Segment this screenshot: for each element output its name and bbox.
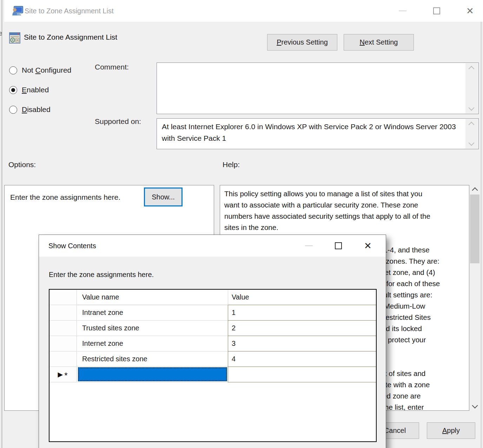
help-text-line: This policy setting allows you to manage… [224,188,469,199]
scroll-up-icon[interactable] [469,66,475,72]
close-button[interactable]: ✕ [459,0,481,22]
minimize-icon [305,245,313,246]
supported-on-scrollbar[interactable] [465,119,478,149]
show-contents-dialog: Show Contents ✕ Enter the zone assignmen… [39,235,386,448]
new-row-header-cell[interactable]: ▶* [49,367,77,382]
comment-scrollbar[interactable] [465,63,478,113]
selected-cell-highlight[interactable] [78,367,227,381]
supported-on-textbox: At least Internet Explorer 6.0 in Window… [157,118,479,149]
next-setting-button[interactable]: Next Setting [344,34,414,51]
zone-assignments-grid: Value name Value Intranet zone1Trusted s… [49,289,377,442]
value-cell[interactable]: 2 [228,321,376,336]
radio-circle [9,66,17,74]
row-header-cell[interactable] [49,305,77,321]
policy-setting-icon [9,32,20,44]
minimize-button[interactable] [392,0,413,22]
dialog-prompt: Enter the zone assignments here. [49,271,154,279]
dialog-minimize-button[interactable] [298,235,320,257]
show-contents-titlebar[interactable]: Show Contents ✕ [39,235,386,257]
minimize-icon [399,11,406,11]
options-prompt: Enter the zone assignments here. [10,193,120,202]
previous-setting-button[interactable]: Previous Setting [267,34,337,51]
main-titlebar[interactable]: Site to Zone Assignment List ✕ [4,0,483,22]
show-contents-title: Show Contents [48,235,96,257]
options-label: Options: [8,160,36,169]
comment-textbox[interactable] [157,62,479,114]
value-name-cell[interactable]: Intranet zone [77,305,228,321]
radio-label-not-configured: Not Configured [22,66,71,74]
column-header-value-name: Value name [77,290,228,305]
column-header-value: Value [228,290,376,305]
grid-header-row: Value name Value [49,290,376,305]
dialog-maximize-button[interactable] [327,235,349,257]
dialog-close-button[interactable]: ✕ [357,235,379,257]
value-cell[interactable]: 1 [228,305,376,321]
row-header-cell[interactable] [49,321,77,336]
maximize-icon [335,242,342,249]
help-label: Help: [223,160,240,169]
scroll-up-icon[interactable] [469,122,475,128]
close-icon: ✕ [466,6,474,15]
value-name-cell[interactable]: Trusted sites zone [77,321,228,336]
new-row-pointer-icon: ▶* [58,370,68,379]
grid-row: Restricted sites zone4 [49,351,376,367]
help-scrollbar[interactable] [470,185,479,410]
value-cell-empty[interactable] [228,367,376,382]
close-icon: ✕ [364,241,372,250]
grid-row: Internet zone3 [49,336,376,351]
show-button[interactable]: Show... [144,187,183,206]
radio-not-configured[interactable]: Not Configured [9,65,71,75]
radio-circle [9,86,17,94]
supported-on-text: At least Internet Explorer 6.0 in Window… [162,121,463,144]
maximize-icon [433,7,440,14]
radio-label-enabled: Enabled [22,86,49,94]
value-name-cell-selected[interactable] [77,367,228,382]
radio-label-disabled: Disabled [22,105,51,114]
value-name-cell[interactable]: Restricted sites zone [77,351,228,367]
radio-enabled[interactable]: Enabled [9,85,49,95]
help-text-line: sites in the zone. [224,222,469,233]
grid-row: Intranet zone1 [49,305,376,321]
window-title: Site to Zone Assignment List [25,0,113,22]
radio-circle [9,106,17,114]
grid-new-row: ▶* [49,367,376,382]
row-header-cell[interactable] [49,351,77,367]
scroll-down-icon[interactable] [472,403,478,409]
row-header-cell[interactable] [49,336,77,351]
value-cell[interactable]: 4 [228,351,376,367]
apply-button[interactable]: Apply [427,422,475,439]
supported-on-label: Supported on: [95,117,141,126]
scroll-up-icon[interactable] [472,187,478,193]
scrollbar-thumb[interactable] [470,195,479,263]
value-name-cell[interactable]: Internet zone [77,336,228,351]
value-cell[interactable]: 3 [228,336,376,351]
grid-row: Trusted sites zone2 [49,321,376,336]
help-text-line: numbers have associated security setting… [224,211,469,222]
app-icon [12,5,23,17]
scroll-down-icon[interactable] [469,105,475,111]
grid-corner-cell [49,290,77,305]
comment-label: Comment: [95,63,129,71]
setting-title: Site to Zone Assignment List [24,33,117,41]
scroll-down-icon[interactable] [469,140,475,146]
radio-disabled[interactable]: Disabled [9,105,51,114]
help-text-line: want to associate with a particular secu… [224,199,469,211]
maximize-button[interactable] [426,0,448,22]
